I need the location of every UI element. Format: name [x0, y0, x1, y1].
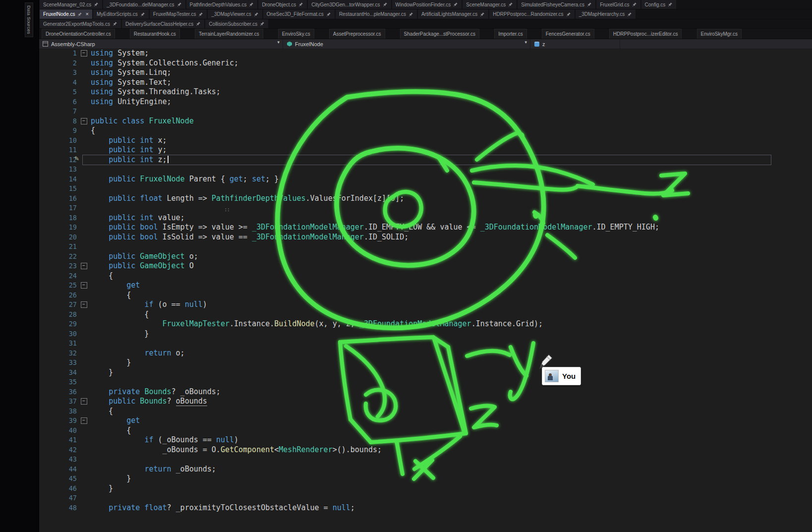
pin-icon[interactable] [480, 12, 485, 17]
fold-toggle-icon[interactable]: − [81, 282, 87, 289]
tab-onesec3d-fileformat-cs[interactable]: OneSec3D_FileFormat.cs [263, 9, 335, 19]
code-line-35[interactable]: 35 [39, 377, 812, 387]
tab-restaurantho-plemanager-cs[interactable]: RestaurantHo...pleManager.cs [336, 9, 417, 19]
pin-icon[interactable] [326, 12, 331, 17]
chevron-down-icon[interactable]: ▾ [277, 40, 280, 45]
code-line-36[interactable]: 36 private Bounds? _oBounds; [39, 387, 812, 397]
code-line-25[interactable]: 25− get [39, 281, 812, 291]
code-line-20[interactable]: 20 public bool IsSolid => value == _3DFo… [39, 233, 812, 242]
code-line-48[interactable]: 48 private float? _proximityToClosestObs… [39, 503, 812, 513]
tab-deliverysurfaceclasshelper-cs[interactable]: DeliverySurfaceClassHelper.cs [122, 19, 204, 28]
pin-icon[interactable] [260, 21, 265, 26]
tab-config-cs[interactable]: Config.cs [641, 0, 677, 9]
code-line-44[interactable]: 44 return _oBounds; [39, 465, 812, 474]
code-editor[interactable]: 1−using System;2using System.Collections… [39, 49, 812, 532]
pin-icon[interactable] [254, 12, 259, 17]
data-sources-tool-tab[interactable]: Data Sources [25, 2, 33, 37]
code-line-1[interactable]: 1−using System; [39, 49, 812, 59]
pin-icon[interactable] [566, 12, 571, 17]
tab-restauranthook-cs[interactable]: RestaurantHook.cs [130, 29, 180, 39]
pin-icon[interactable] [508, 2, 513, 7]
tab-scenemanager-cs[interactable]: SceneManager.cs [463, 0, 517, 9]
code-line-11[interactable]: 11 public int y; [39, 145, 812, 155]
pin-icon[interactable] [587, 2, 592, 7]
code-line-12[interactable]: 12 public int z; [39, 155, 812, 165]
tab--3dfoundatio-delmanager-cs[interactable]: _3DFoundatio...delManager.cs [103, 0, 185, 9]
project-dropdown[interactable]: Assembly-CSharp ▾ [39, 39, 283, 49]
tab-citygen3dgen-torwrapper-cs[interactable]: CityGen3DGen...torWrapper.cs [308, 0, 391, 9]
pin-icon[interactable] [298, 2, 303, 7]
tab--3dmapviewer-cs[interactable]: _3DMapViewer.cs [208, 9, 262, 19]
code-line-6[interactable]: 6using UnityEngine; [39, 97, 812, 107]
tab-shaderpackage-stprocessor-cs[interactable]: ShaderPackage...stProcessor.cs [400, 29, 480, 39]
code-line-19[interactable]: 19 public bool IsEmpty => value >= _3DFo… [39, 223, 812, 233]
code-line-10[interactable]: 10 public int x; [39, 136, 812, 146]
pin-icon[interactable] [177, 2, 182, 7]
fold-toggle-icon[interactable]: − [81, 301, 87, 308]
code-line-30[interactable]: 30 } [39, 329, 812, 339]
type-dropdown[interactable]: FruxelNode ▾ [283, 39, 530, 49]
code-line-42[interactable]: 42 _oBounds = O.GetComponent<MeshRendere… [39, 445, 812, 455]
code-line-14[interactable]: 14 public FruxelNode Parent { get; set; … [39, 175, 812, 184]
code-line-38[interactable]: 38 { [39, 407, 812, 416]
tab-droneorientationcontroller-cs[interactable]: DroneOrientationController.cs [42, 29, 115, 39]
tab-scenemanager-02-cs[interactable]: SceneManager_02.cs [40, 0, 102, 9]
fold-toggle-icon[interactable]: − [81, 417, 87, 424]
code-line-26[interactable]: 26 { [39, 291, 812, 300]
pin-icon[interactable] [453, 2, 458, 7]
tab-importer-cs[interactable]: Importer.cs [494, 29, 526, 39]
tab-collisionsubscriber-cs[interactable]: CollisionSubscriber.cs [205, 19, 268, 28]
tab--3dmaphierarchy-cs[interactable]: _3DMapHierarchy.cs [576, 9, 636, 19]
tab-simulatedfisheyecamera-cs[interactable]: SimulatedFisheyeCamera.cs [518, 0, 595, 9]
code-line-32[interactable]: 32 return o; [39, 349, 812, 358]
code-line-21[interactable]: 21 [39, 242, 812, 252]
tab-fruxelnode-cs[interactable]: FruxelNode.cs× [40, 9, 92, 19]
pin-icon[interactable] [113, 21, 117, 26]
member-dropdown[interactable]: z [530, 39, 620, 49]
tab-terrainlayerrandomizer-cs[interactable]: TerrainLayerRandomizer.cs [195, 29, 263, 39]
tab-droneobject-cs[interactable]: DroneObject.cs [258, 0, 307, 9]
code-line-46[interactable]: 46 } [39, 484, 812, 494]
code-line-13[interactable]: 13 [39, 165, 812, 175]
tab-assetpreprocessor-cs[interactable]: AssetPreprocessor.cs [329, 29, 385, 39]
code-line-40[interactable]: 40 { [39, 426, 812, 436]
pin-icon[interactable] [249, 2, 254, 7]
code-line-18[interactable]: 18 public int value; [39, 213, 812, 223]
code-line-47[interactable]: 47 [39, 493, 812, 503]
tab-hdrppostproc-izereditor-cs[interactable]: HDRPPostproc...izerEditor.cs [609, 29, 682, 39]
code-line-27[interactable]: 27− if (o == null) [39, 300, 812, 310]
fold-toggle-icon[interactable]: − [81, 263, 87, 269]
code-line-9[interactable]: 9{ [39, 126, 812, 136]
pin-icon[interactable] [408, 12, 413, 17]
code-line-8[interactable]: 8−public class FruxelNode [39, 117, 812, 126]
tab-artificiallightsmanager-cs[interactable]: ArtificialLightsManager.cs [418, 9, 488, 19]
code-line-39[interactable]: 39− get [39, 416, 812, 426]
code-line-23[interactable]: 23− public GameObject O [39, 261, 812, 271]
code-line-43[interactable]: 43 [39, 455, 812, 465]
code-line-15[interactable]: 15 [39, 184, 812, 194]
pin-icon[interactable] [627, 12, 632, 17]
tab-pathfinderdepthvalues-cs[interactable]: PathfinderDepthValues.cs [186, 0, 258, 9]
code-line-24[interactable]: 24 { [39, 271, 812, 281]
pin-icon[interactable] [632, 2, 637, 7]
code-line-45[interactable]: 45 } [39, 474, 812, 484]
code-line-2[interactable]: 2using System.Collections.Generic; [39, 59, 812, 68]
close-icon[interactable]: × [85, 11, 88, 17]
chevron-down-icon[interactable]: ▾ [524, 40, 527, 45]
code-line-7[interactable]: 7 [39, 107, 812, 117]
pin-icon[interactable] [198, 12, 203, 17]
tab-fruxelgrid-cs[interactable]: FruxelGrid.cs [596, 0, 640, 9]
code-line-22[interactable]: 22 public GameObject o; [39, 252, 812, 262]
pin-icon[interactable] [668, 2, 673, 7]
tab-fencesgenerator-cs[interactable]: FencesGenerator.cs [542, 29, 594, 39]
fold-toggle-icon[interactable]: − [81, 50, 87, 57]
tab-fruxelmaptester-cs[interactable]: FruxelMapTester.cs [150, 9, 207, 19]
pin-icon[interactable] [383, 2, 388, 7]
tab-enviroskymgr-cs[interactable]: EnviroSkyMgr.cs [697, 29, 742, 39]
code-line-41[interactable]: 41 if (_oBounds == null) [39, 435, 812, 445]
code-line-33[interactable]: 33 } [39, 358, 812, 368]
fold-toggle-icon[interactable]: − [81, 118, 87, 124]
pin-icon[interactable] [196, 21, 201, 26]
tab-hdrppostproc-randomizer-cs[interactable]: HDRPPostproc...Randomizer.cs [489, 9, 574, 19]
code-line-17[interactable]: 17 [39, 203, 812, 213]
